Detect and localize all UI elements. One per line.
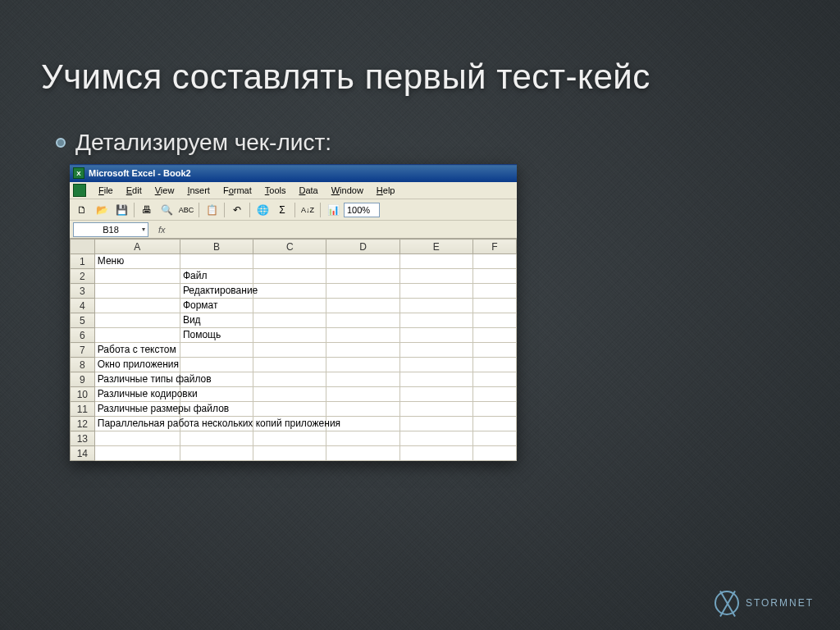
col-header-C[interactable]: C [253,240,326,254]
cell[interactable] [180,446,253,461]
cell[interactable] [472,358,516,372]
cell[interactable] [253,343,326,358]
cell[interactable] [253,284,326,299]
cell[interactable] [326,372,399,387]
cell[interactable] [94,284,180,299]
cell[interactable] [253,446,326,461]
cell[interactable] [399,446,472,461]
cell[interactable] [472,284,516,299]
row-header[interactable]: 5 [71,313,95,328]
save-icon[interactable]: 💾 [112,201,130,219]
row-header[interactable]: 9 [71,372,95,387]
cell[interactable] [326,387,399,402]
cell[interactable] [180,431,253,446]
autosum-icon[interactable]: Σ [273,201,291,219]
cell[interactable] [94,328,180,343]
row-header[interactable]: 3 [71,284,95,299]
chart-icon[interactable]: 📊 [324,201,342,219]
cell[interactable] [94,431,180,446]
open-icon[interactable]: 📂 [93,201,111,219]
new-doc-icon[interactable]: 🗋 [73,201,91,219]
menu-window[interactable]: Window [326,184,369,197]
cell[interactable]: Работа с текстом [94,343,180,358]
cell[interactable] [472,417,516,431]
cell[interactable] [253,328,326,343]
cell[interactable]: Помощь [180,328,253,343]
cell[interactable] [253,402,326,417]
cell[interactable] [253,372,326,387]
sort-asc-icon[interactable]: A↓Z [299,201,317,219]
spreadsheet-grid[interactable]: A B C D E F 1Меню2Файл3Редактирование4Фо… [70,239,517,461]
cell[interactable] [180,254,253,269]
cell[interactable] [399,284,472,299]
cell[interactable] [472,254,516,269]
menu-format[interactable]: Format [217,184,258,197]
menu-insert[interactable]: Insert [181,184,216,197]
fx-icon[interactable]: fx [152,225,172,235]
cell[interactable] [399,387,472,402]
col-header-F[interactable]: F [472,240,516,254]
hyperlink-icon[interactable]: 🌐 [253,201,272,219]
select-all-corner[interactable] [71,240,95,254]
menu-file[interactable]: File [93,184,119,197]
print-icon[interactable]: 🖶 [138,201,156,219]
cell[interactable]: Формат [180,299,253,313]
name-box[interactable]: B18 [73,222,148,237]
row-header[interactable]: 12 [71,417,95,431]
cell[interactable] [472,402,516,417]
cell[interactable] [399,254,472,269]
spellcheck-icon[interactable]: ABC [177,201,195,219]
row-header[interactable]: 6 [71,328,95,343]
cell[interactable] [94,446,180,461]
cell[interactable]: Окно приложения [94,358,180,372]
cell[interactable] [472,299,516,313]
cell[interactable]: Редактирование [180,284,253,299]
copy-icon[interactable]: 📋 [203,201,221,219]
menu-edit[interactable]: Edit [121,184,148,197]
cell[interactable] [326,446,399,461]
cell[interactable]: Параллельная работа нескольких копий при… [94,417,180,431]
cell[interactable]: Файл [180,269,253,284]
cell[interactable]: Вид [180,313,253,328]
cell[interactable] [253,254,326,269]
cell[interactable] [253,387,326,402]
cell[interactable] [94,313,180,328]
print-preview-icon[interactable]: 🔍 [158,201,176,219]
cell[interactable] [326,254,399,269]
row-header[interactable]: 11 [71,402,95,417]
cell[interactable] [253,299,326,313]
cell[interactable] [472,387,516,402]
cell[interactable] [472,446,516,461]
cell[interactable] [326,402,399,417]
cell[interactable] [326,313,399,328]
menu-tools[interactable]: Tools [259,184,292,197]
cell[interactable] [399,402,472,417]
cell[interactable] [399,328,472,343]
col-header-E[interactable]: E [399,240,472,254]
cell[interactable] [399,431,472,446]
cell[interactable] [399,358,472,372]
zoom-input[interactable]: 100% [344,203,380,217]
cell[interactable]: Различные размеры файлов [94,402,180,417]
cell[interactable] [94,269,180,284]
col-header-B[interactable]: B [180,240,253,254]
cell[interactable]: Различные типы файлов [94,372,180,387]
cell[interactable]: Меню [94,254,180,269]
cell[interactable] [399,343,472,358]
cell[interactable] [253,313,326,328]
cell[interactable] [326,343,399,358]
menu-view[interactable]: View [149,184,180,197]
row-header[interactable]: 13 [71,431,95,446]
col-header-A[interactable]: A [94,240,180,254]
row-header[interactable]: 1 [71,254,95,269]
cell[interactable] [399,269,472,284]
menu-data[interactable]: Data [293,184,323,197]
cell[interactable] [253,269,326,284]
cell[interactable] [326,269,399,284]
row-header[interactable]: 10 [71,387,95,402]
cell[interactable] [326,358,399,372]
row-header[interactable]: 7 [71,343,95,358]
cell[interactable] [94,299,180,313]
cell[interactable] [399,299,472,313]
titlebar[interactable]: X Microsoft Excel - Book2 [70,164,517,182]
